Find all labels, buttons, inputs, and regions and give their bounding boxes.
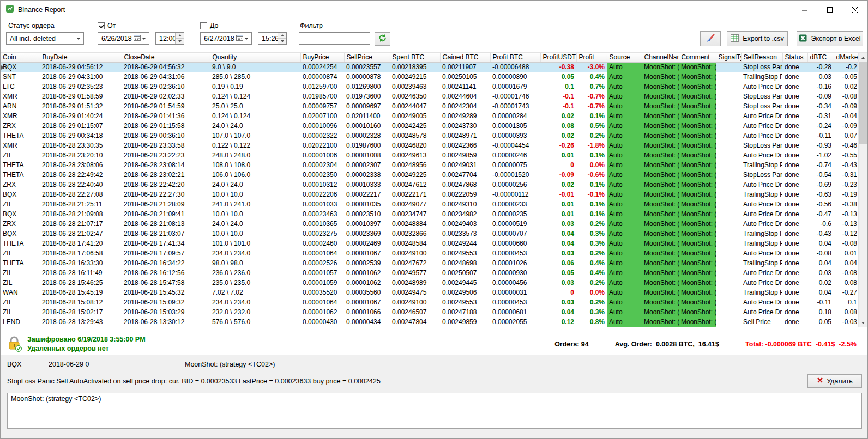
table-cell: 0.00249225 <box>390 170 440 180</box>
table-row[interactable]: ZIL2018-06-28 15:08:122018-06-28 15:09:3… <box>1 297 859 307</box>
detail-date: 2018-06-29 0 <box>49 361 185 368</box>
table-row[interactable]: ZRX2018-06-29 01:15:072018-06-29 01:15:5… <box>1 121 859 131</box>
maximize-button[interactable] <box>817 1 842 19</box>
filter-input[interactable] <box>299 32 370 45</box>
table-cell: 0.00009757 <box>300 101 344 111</box>
table-cell: 25.0 \ 25.0 <box>210 101 300 111</box>
table-cell: -0.7% <box>576 101 607 111</box>
table-row[interactable]: THETA2018-06-28 22:49:422018-06-28 23:02… <box>1 170 859 180</box>
minimize-button[interactable] <box>792 1 817 19</box>
table-cell: 0.2% <box>576 219 607 229</box>
column-header-comment[interactable]: Comment <box>679 53 716 62</box>
column-header-buyprice[interactable]: BuyPrice <box>300 53 344 62</box>
table-row[interactable]: XMR2018-06-29 01:58:592018-06-29 02:02:3… <box>1 92 859 101</box>
close-button[interactable] <box>842 1 867 19</box>
table-row[interactable]: BQX2018-06-28 21:02:472018-06-28 21:03:0… <box>1 229 859 239</box>
table-row[interactable]: WAN2018-06-28 15:45:192018-06-28 15:45:3… <box>1 288 859 297</box>
table-row[interactable]: BQX2018-06-29 04:56:122018-06-29 04:56:3… <box>1 62 859 72</box>
table-row[interactable]: ZIL2018-06-28 17:06:582018-06-28 17:09:5… <box>1 248 859 258</box>
column-header-dmarket[interactable]: dMarket <box>834 53 859 62</box>
column-header-gained-btc[interactable]: Gained BTC <box>440 53 490 62</box>
from-checkbox[interactable] <box>98 22 105 29</box>
comment-textarea[interactable]: MoonShot: (strategy <TC02>) <box>7 393 862 429</box>
table-row[interactable]: SNT2018-06-29 04:31:002018-06-29 04:31:0… <box>1 72 859 82</box>
time-spin-buttons[interactable] <box>278 33 286 44</box>
table-cell: 0.00232866 <box>390 229 440 239</box>
column-header-quantity[interactable]: Quantity <box>210 53 300 62</box>
column-header-closedate[interactable]: CloseDate <box>122 53 210 62</box>
table-row[interactable]: LTC2018-06-29 02:35:232018-06-29 02:36:1… <box>1 82 859 92</box>
time-spin-buttons[interactable] <box>175 33 184 44</box>
table-cell: 0.00242425 <box>390 121 440 131</box>
table-row[interactable]: ZIL2018-06-28 16:11:492018-06-28 16:12:5… <box>1 268 859 278</box>
column-header-profit[interactable]: Profit <box>576 53 607 62</box>
table-row[interactable]: ZRX2018-06-28 21:07:172018-06-28 21:08:1… <box>1 219 859 229</box>
from-date-picker[interactable]: 6/26/2018 <box>98 32 149 45</box>
column-header-buydate[interactable]: BuyDate <box>40 53 122 62</box>
delete-order-button[interactable]: Удалить <box>807 374 862 388</box>
table-row[interactable]: XMR2018-06-29 01:40:242018-06-29 01:41:3… <box>1 111 859 121</box>
column-header-sellreason[interactable]: SellReason <box>741 53 782 62</box>
table-row[interactable]: BQX2018-06-28 22:27:082018-06-28 22:27:3… <box>1 190 859 199</box>
table-cell: done <box>782 297 807 307</box>
table-cell: 10.0 \ 10.0 <box>210 229 300 239</box>
table-cell: 0.02 <box>807 278 834 288</box>
table-row[interactable]: ZIL2018-06-28 23:20:102018-06-28 23:22:2… <box>1 150 859 160</box>
table-cell: MoonShot: (s <box>679 82 716 92</box>
apply-filter-button[interactable] <box>375 32 390 46</box>
table-cell: 0.00002322 <box>300 131 344 141</box>
table-row[interactable]: ZIL2018-06-28 15:02:172018-06-28 15:03:2… <box>1 307 859 317</box>
column-header-channelnam[interactable]: ChannelNam <box>642 53 679 62</box>
column-header-status[interactable]: Status <box>782 53 807 62</box>
to-checkbox[interactable] <box>200 22 207 29</box>
table-cell: 0.12 <box>540 317 576 327</box>
column-header-signaltyp[interactable]: SignalTyp <box>716 53 741 62</box>
table-row[interactable]: THETA2018-06-29 00:34:182018-06-29 00:36… <box>1 131 859 141</box>
table-row[interactable]: XMR2018-06-28 23:30:352018-06-28 23:33:5… <box>1 141 859 150</box>
table-cell: done <box>782 82 807 92</box>
table-row[interactable]: THETA2018-06-28 17:41:202018-06-28 17:41… <box>1 239 859 248</box>
export-excel-button[interactable]: Экспорт в Excel <box>797 31 863 46</box>
column-header-profitusdt[interactable]: ProfitUSDT <box>540 53 576 62</box>
rocket-button[interactable] <box>700 31 721 46</box>
table-cell: 2018-06-29 02:36:10 <box>122 82 210 92</box>
table-cell: 0.00023463 <box>300 209 344 219</box>
table-cell: 0.02 <box>540 111 576 121</box>
table-cell: Auto <box>607 219 642 229</box>
column-header-profit-btc[interactable]: Profit BTC <box>490 53 540 62</box>
table-cell: MoonShot: (s <box>679 72 716 82</box>
table-cell: 2018-06-29 01:15:07 <box>40 121 122 131</box>
column-header-dbtc[interactable]: dBTC <box>807 53 834 62</box>
column-header-source[interactable]: Source <box>607 53 642 62</box>
table-row[interactable]: THETA2018-06-28 16:33:302018-06-28 16:34… <box>1 258 859 268</box>
table-cell: 0.124 \ 0.124 <box>210 111 300 121</box>
table-row[interactable]: BQX2018-06-28 21:09:082018-06-28 21:09:4… <box>1 209 859 219</box>
table-row[interactable]: THETA2018-06-28 23:08:062018-06-28 23:08… <box>1 160 859 170</box>
table-cell: 0.03 <box>540 297 576 307</box>
table-row[interactable]: ARN2018-06-29 01:51:322018-06-29 01:54:5… <box>1 101 859 111</box>
table-cell: 0.03 <box>540 219 576 229</box>
table-cell: 0.00001062 <box>300 307 344 317</box>
table-cell: StopLoss Par <box>741 170 782 180</box>
column-header-coin[interactable]: Coin <box>1 53 40 62</box>
table-row[interactable]: ZRX2018-06-28 22:40:402018-06-28 22:42:2… <box>1 180 859 190</box>
scroll-up-button[interactable] <box>859 53 867 62</box>
table-row[interactable]: ZIL2018-06-28 21:25:112018-06-28 21:28:0… <box>1 199 859 209</box>
to-time-spinner[interactable]: 15:26 <box>258 32 287 45</box>
table-cell: done <box>782 268 807 278</box>
table-row[interactable]: LEND2018-06-28 13:29:432018-06-28 13:30:… <box>1 317 859 327</box>
table-row[interactable]: ZIL2018-06-28 15:46:252018-06-28 15:47:5… <box>1 278 859 288</box>
from-time-spinner[interactable]: 12:00 <box>155 32 184 45</box>
vertical-scrollbar[interactable] <box>858 53 867 327</box>
to-date-picker[interactable]: 6/27/2018 <box>200 32 252 45</box>
scroll-down-button[interactable] <box>859 318 867 327</box>
column-header-sellprice[interactable]: SellPrice <box>344 53 390 62</box>
order-status-select[interactable]: All incl. deleted <box>6 32 84 45</box>
table-cell <box>716 111 741 121</box>
status-strip: Зашифровано 6/19/2018 3:55:00 PM Удаленн… <box>1 334 867 355</box>
export-csv-button[interactable]: Export to .csv <box>727 31 788 46</box>
table-cell: 0.00247612 <box>390 180 440 190</box>
scrollbar-thumb[interactable] <box>859 62 867 144</box>
table-cell: 2018-06-29 01:40:24 <box>40 111 122 121</box>
column-header-spent-btc[interactable]: Spent BTC <box>390 53 440 62</box>
